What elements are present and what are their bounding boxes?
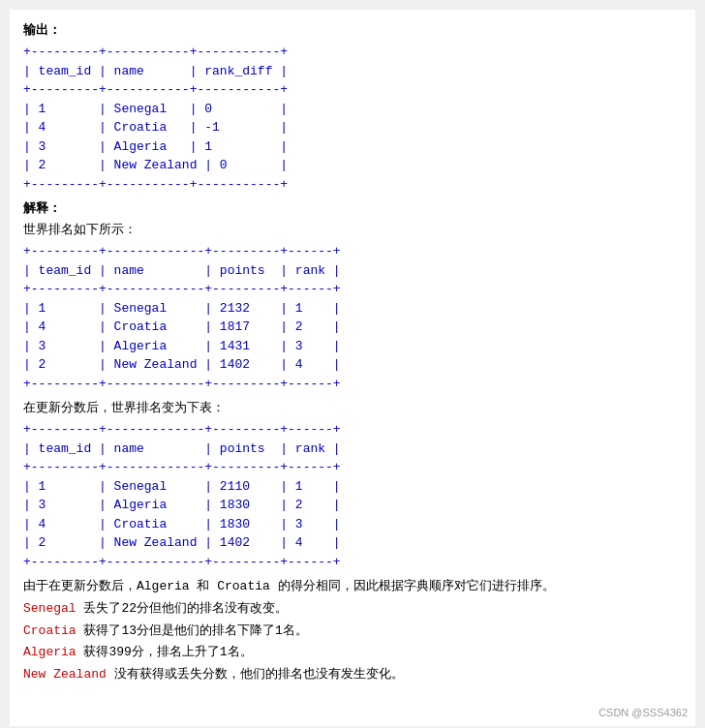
desc-line: Croatia 获得了13分但是他们的排名下降了1名。 xyxy=(23,622,682,642)
watermark: CSDN @SSS4362 xyxy=(598,707,688,718)
desc-line: Algeria 获得399分，排名上升了1名。 xyxy=(23,643,682,663)
explanation-title: 解释： xyxy=(23,199,682,217)
table3: +---------+-------------+---------+-----… xyxy=(23,420,682,571)
explanation-intro: 世界排名如下所示： xyxy=(23,221,682,238)
table2: +---------+-------------+---------+-----… xyxy=(23,242,682,393)
desc-line: Senegal 丢失了22分但他们的排名没有改变。 xyxy=(23,599,682,620)
desc-line: 由于在更新分数后，Algeria 和 Croatia 的得分相同，因此根据字典顺… xyxy=(23,577,682,597)
content-area: 输出： +---------+-----------+-----------+ … xyxy=(10,10,695,726)
update-intro: 在更新分数后，世界排名变为下表： xyxy=(23,399,682,416)
desc-line: New Zealand 没有获得或丢失分数，他们的排名也没有发生变化。 xyxy=(23,665,682,685)
description-container: 由于在更新分数后，Algeria 和 Croatia 的得分相同，因此根据字典顺… xyxy=(23,577,682,685)
output-title: 输出： xyxy=(23,21,682,39)
table1: +---------+-----------+-----------+ | te… xyxy=(23,43,682,194)
